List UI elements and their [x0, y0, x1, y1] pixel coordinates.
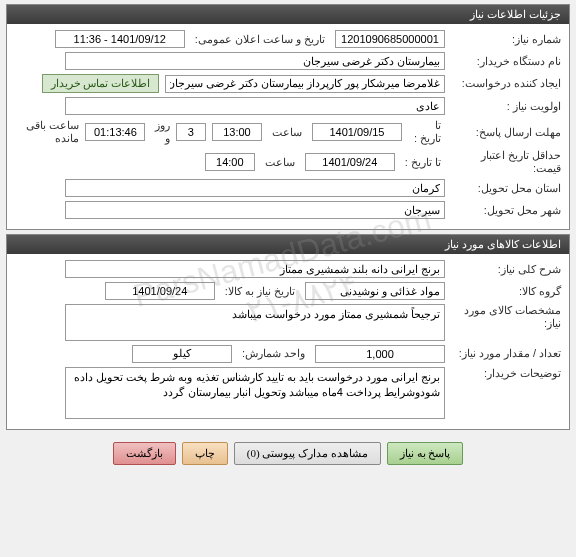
until-label-2: تا تاریخ : — [401, 156, 445, 169]
desc-field — [65, 260, 445, 278]
attachments-button[interactable]: مشاهده مدارک پیوستی (0) — [234, 442, 381, 465]
unit-label: واحد شمارش: — [238, 347, 309, 360]
min-validity-time-field — [205, 153, 255, 171]
time-label-2: ساعت — [261, 156, 299, 169]
desc-label: شرح کلی نیاز: — [451, 263, 561, 276]
announce-datetime-field — [55, 30, 185, 48]
time-remaining-field — [85, 123, 145, 141]
min-validity-date-field — [305, 153, 395, 171]
button-bar: پاسخ به نیاز مشاهده مدارک پیوستی (0) چاپ… — [0, 434, 576, 473]
qty-field — [315, 345, 445, 363]
city-field — [65, 201, 445, 219]
panel2-title: اطلاعات کالاهای مورد نیاز — [7, 235, 569, 254]
announce-label: تاریخ و ساعت اعلان عمومی: — [191, 33, 329, 46]
creator-field — [165, 75, 445, 93]
spec-field — [65, 304, 445, 341]
province-field — [65, 179, 445, 197]
group-field — [305, 282, 445, 300]
buyer-label: نام دستگاه خریدار: — [451, 55, 561, 68]
days-remaining-field — [176, 123, 206, 141]
deadline-time-field — [212, 123, 262, 141]
buyer-field — [65, 52, 445, 70]
priority-label: اولویت نیاز : — [451, 100, 561, 113]
qty-label: تعداد / مقدار مورد نیاز: — [451, 347, 561, 360]
remaining-suffix: ساعت باقی مانده — [15, 119, 79, 145]
buyer-notes-field — [65, 367, 445, 419]
min-validity-label: حداقل تاریخ اعتبار قیمت: — [451, 149, 561, 175]
need-number-field — [335, 30, 445, 48]
deadline-label: مهلت ارسال پاسخ: — [451, 126, 561, 139]
reply-button[interactable]: پاسخ به نیاز — [387, 442, 464, 465]
priority-field — [65, 97, 445, 115]
creator-label: ایجاد کننده درخواست: — [451, 77, 561, 90]
until-label-1: تا تاریخ : — [408, 119, 445, 145]
deadline-date-field — [312, 123, 402, 141]
panel1-title: جزئیات اطلاعات نیاز — [7, 5, 569, 24]
goods-info-panel: اطلاعات کالاهای مورد نیاز شرح کلی نیاز: … — [6, 234, 570, 430]
need-details-panel: جزئیات اطلاعات نیاز شماره نیاز: تاریخ و … — [6, 4, 570, 230]
need-date-label: تاریخ نیاز به کالا: — [221, 285, 299, 298]
time-label-1: ساعت — [268, 126, 306, 139]
back-button[interactable]: بازگشت — [113, 442, 176, 465]
unit-field — [132, 345, 232, 363]
days-suffix: روز و — [151, 119, 170, 145]
city-label: شهر محل تحویل: — [451, 204, 561, 217]
group-label: گروه کالا: — [451, 285, 561, 298]
province-label: استان محل تحویل: — [451, 182, 561, 195]
buyer-contact-button[interactable]: اطلاعات تماس خریدار — [42, 74, 160, 93]
buyer-notes-label: توضیحات خریدار: — [451, 367, 561, 380]
print-button[interactable]: چاپ — [182, 442, 228, 465]
need-date-field — [105, 282, 215, 300]
spec-label: مشخصات کالای مورد نیاز: — [451, 304, 561, 330]
need-number-label: شماره نیاز: — [451, 33, 561, 46]
